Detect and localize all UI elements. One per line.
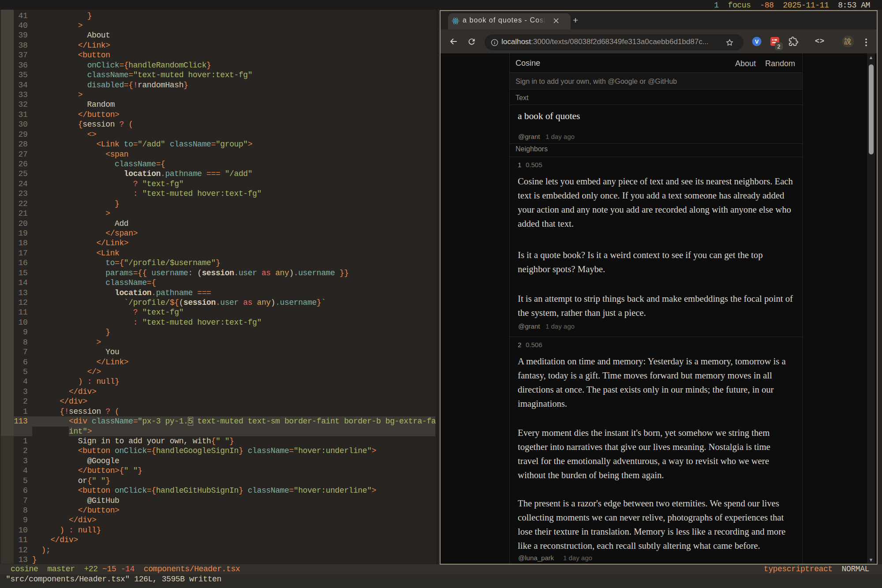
svg-text:V: V — [755, 38, 759, 45]
svg-text:說: 說 — [844, 37, 852, 45]
svg-text:2: 2 — [777, 44, 781, 50]
